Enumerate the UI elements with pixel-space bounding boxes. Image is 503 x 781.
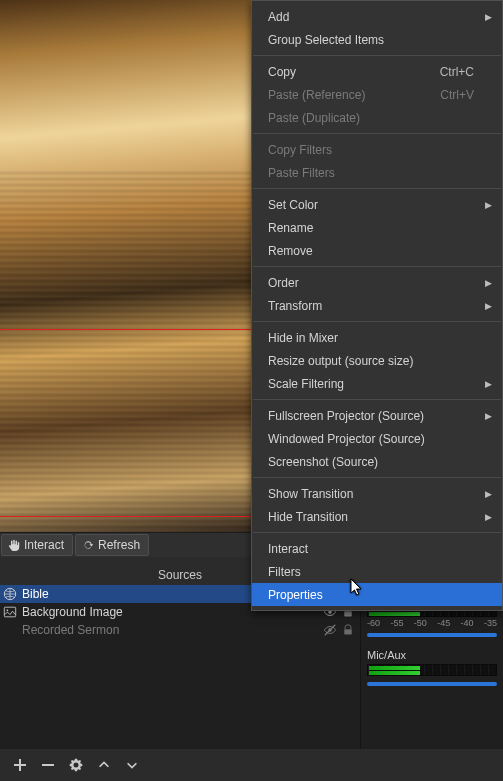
source-context-menu[interactable]: Add▶Group Selected ItemsCopyCtrl+CPaste … <box>251 0 503 611</box>
menu-separator <box>253 55 501 56</box>
menu-item-label: Hide in Mixer <box>268 331 474 345</box>
volume-slider[interactable] <box>367 633 497 637</box>
menu-item-label: Copy <box>268 65 430 79</box>
menu-item-fullscreen-projector-source[interactable]: Fullscreen Projector (Source)▶ <box>252 404 502 427</box>
lock-icon[interactable] <box>340 622 356 638</box>
chevron-up-icon <box>97 758 111 772</box>
menu-item-paste-duplicate: Paste (Duplicate) <box>252 106 502 129</box>
plus-icon <box>12 757 28 773</box>
menu-item-paste-reference: Paste (Reference)Ctrl+V <box>252 83 502 106</box>
menu-item-shortcut: Ctrl+V <box>440 88 474 102</box>
menu-item-transform[interactable]: Transform▶ <box>252 294 502 317</box>
move-up-button[interactable] <box>90 751 118 779</box>
svg-rect-10 <box>42 764 54 766</box>
menu-item-interact[interactable]: Interact <box>252 537 502 560</box>
menu-separator <box>253 399 501 400</box>
remove-source-button[interactable] <box>34 751 62 779</box>
interact-button[interactable]: Interact <box>1 534 73 556</box>
menu-item-label: Add <box>268 10 474 24</box>
chevron-right-icon: ▶ <box>485 278 492 288</box>
sources-bottom-toolbar <box>0 748 503 781</box>
menu-separator <box>253 266 501 267</box>
menu-item-scale-filtering[interactable]: Scale Filtering▶ <box>252 372 502 395</box>
chevron-right-icon: ▶ <box>485 301 492 311</box>
menu-item-label: Copy Filters <box>268 143 474 157</box>
svg-point-4 <box>7 609 9 611</box>
menu-item-group-selected-items[interactable]: Group Selected Items <box>252 28 502 51</box>
menu-item-add[interactable]: Add▶ <box>252 5 502 28</box>
interact-button-label: Interact <box>24 538 64 552</box>
menu-item-hide-transition[interactable]: Hide Transition▶ <box>252 505 502 528</box>
source-row-recorded-sermon[interactable]: Recorded Sermon <box>0 621 360 639</box>
menu-separator <box>253 133 501 134</box>
chevron-down-icon <box>125 758 139 772</box>
svg-rect-3 <box>4 607 15 617</box>
menu-item-order[interactable]: Order▶ <box>252 271 502 294</box>
selection-border <box>0 516 251 517</box>
menu-item-resize-output-source-size[interactable]: Resize output (source size) <box>252 349 502 372</box>
menu-item-screenshot-source[interactable]: Screenshot (Source) <box>252 450 502 473</box>
mixer-channel-mic-aux[interactable]: Mic/Aux <box>367 649 497 686</box>
mixer-channel-label: Mic/Aux <box>367 649 497 661</box>
menu-item-shortcut: Ctrl+C <box>440 65 474 79</box>
menu-item-remove[interactable]: Remove <box>252 239 502 262</box>
menu-item-label: Hide Transition <box>268 510 474 524</box>
menu-item-copy-filters: Copy Filters <box>252 138 502 161</box>
chevron-right-icon: ▶ <box>485 200 492 210</box>
chevron-right-icon: ▶ <box>485 379 492 389</box>
refresh-icon <box>82 539 94 551</box>
menu-item-copy[interactable]: CopyCtrl+C <box>252 60 502 83</box>
menu-separator <box>253 188 501 189</box>
menu-item-label: Group Selected Items <box>268 33 474 47</box>
preview-reflection <box>0 170 251 532</box>
menu-item-set-color[interactable]: Set Color▶ <box>252 193 502 216</box>
guide-line <box>0 329 251 330</box>
menu-separator <box>253 532 501 533</box>
chevron-right-icon: ▶ <box>485 12 492 22</box>
menu-item-paste-filters: Paste Filters <box>252 161 502 184</box>
globe-icon <box>2 586 18 602</box>
menu-item-label: Set Color <box>268 198 474 212</box>
source-name: Recorded Sermon <box>22 623 322 637</box>
menu-separator <box>253 321 501 322</box>
meter-ticks: -60 -55 -50 -45 -40 -35 <box>367 618 497 628</box>
menu-item-label: Windowed Projector (Source) <box>268 432 474 446</box>
menu-item-windowed-projector-source[interactable]: Windowed Projector (Source) <box>252 427 502 450</box>
menu-item-label: Rename <box>268 221 474 235</box>
menu-item-label: Transform <box>268 299 474 313</box>
menu-item-show-transition[interactable]: Show Transition▶ <box>252 482 502 505</box>
menu-separator <box>253 477 501 478</box>
menu-item-rename[interactable]: Rename <box>252 216 502 239</box>
eye-off-icon[interactable] <box>322 622 338 638</box>
menu-item-label: Paste Filters <box>268 166 474 180</box>
move-down-button[interactable] <box>118 751 146 779</box>
minus-icon <box>40 757 56 773</box>
image-icon <box>2 604 18 620</box>
menu-item-label: Scale Filtering <box>268 377 474 391</box>
menu-item-label: Paste (Duplicate) <box>268 111 474 125</box>
menu-item-label: Resize output (source size) <box>268 354 474 368</box>
menu-item-label: Paste (Reference) <box>268 88 430 102</box>
menu-item-label: Interact <box>268 542 474 556</box>
menu-item-filters[interactable]: Filters <box>252 560 502 583</box>
svg-rect-9 <box>344 629 352 634</box>
refresh-button[interactable]: Refresh <box>75 534 149 556</box>
add-source-button[interactable] <box>6 751 34 779</box>
blank-icon <box>2 622 18 638</box>
preview-area[interactable] <box>0 0 251 532</box>
volume-slider[interactable] <box>367 682 497 686</box>
source-settings-button[interactable] <box>62 751 90 779</box>
chevron-right-icon: ▶ <box>485 512 492 522</box>
menu-item-label: Filters <box>268 565 474 579</box>
menu-item-properties[interactable]: Properties <box>252 583 502 606</box>
menu-item-label: Remove <box>268 244 474 258</box>
refresh-button-label: Refresh <box>98 538 140 552</box>
hand-icon <box>8 539 20 551</box>
menu-item-label: Properties <box>268 588 474 602</box>
svg-rect-6 <box>344 611 352 616</box>
menu-item-label: Order <box>268 276 474 290</box>
preview-toolbar: Interact Refresh <box>0 532 251 557</box>
menu-item-hide-in-mixer[interactable]: Hide in Mixer <box>252 326 502 349</box>
audio-meter <box>367 664 497 676</box>
menu-item-label: Screenshot (Source) <box>268 455 474 469</box>
